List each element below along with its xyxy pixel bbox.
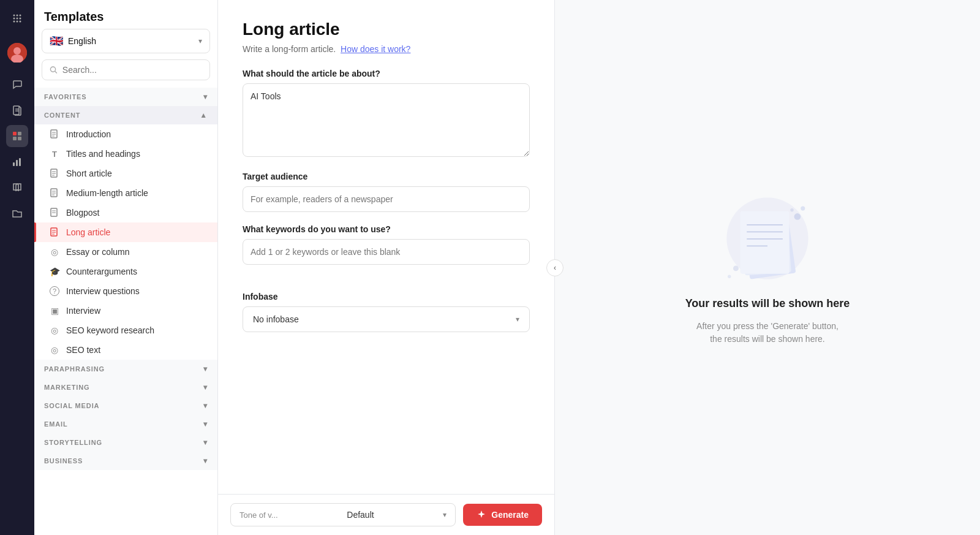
tone-selector[interactable]: Tone of v... Default ▾ (230, 503, 456, 526)
analytics-icon[interactable] (6, 151, 28, 173)
topic-textarea[interactable]: AI Tools (243, 83, 530, 157)
sidebar-item-interview[interactable]: ▣ Interview (34, 301, 217, 321)
form-scroll: Long article Write a long-form article. … (218, 0, 554, 494)
category-chevron-icon: ▾ (203, 93, 208, 101)
circle-icon: ◎ (51, 247, 58, 257)
interview-icon: ▣ (51, 306, 59, 316)
sidebar-item-label-long-article: Long article (66, 227, 110, 237)
svg-point-3 (13, 18, 15, 20)
svg-point-1 (17, 15, 18, 17)
document-icon[interactable] (6, 99, 28, 121)
templates-icon[interactable] (6, 125, 28, 147)
search-icon (50, 66, 58, 74)
sidebar-item-label-counterarguments: Counterarguments (66, 267, 137, 276)
generate-button[interactable]: Generate (463, 504, 542, 526)
svg-point-10 (13, 47, 21, 55)
item-icon-essay-column: ◎ (49, 247, 60, 257)
results-illustration (712, 189, 823, 287)
question-icon: ? (50, 286, 59, 296)
sidebar-item-label-blogpost: Blogpost (66, 208, 99, 218)
sidebar-item-titles-headings[interactable]: T Titles and headings (34, 144, 217, 164)
svg-point-22 (50, 67, 55, 72)
sidebar-categories: FAVORITES▾CONTENT▲ Introduction T Titles… (34, 88, 217, 470)
svg-point-0 (13, 15, 15, 17)
svg-rect-20 (16, 160, 18, 166)
infobase-value: No infobase (253, 314, 299, 324)
svg-rect-18 (18, 137, 21, 140)
item-icon-blogpost (49, 208, 60, 218)
category-email[interactable]: EMAIL▾ (34, 415, 217, 433)
svg-point-4 (17, 18, 18, 20)
category-label: PARAPHRASING (44, 365, 105, 373)
infobase-select[interactable]: No infobase ▾ (243, 306, 530, 332)
svg-point-51 (794, 213, 801, 220)
grid-icon[interactable] (6, 7, 28, 29)
search-box[interactable] (42, 59, 210, 80)
sidebar-item-essay-column[interactable]: ◎ Essay or column (34, 242, 217, 262)
article-icon (50, 169, 59, 178)
article-icon (50, 129, 59, 139)
circle-icon: ◎ (51, 345, 58, 355)
keywords-input[interactable] (243, 239, 530, 265)
folder-icon[interactable] (6, 202, 28, 224)
sidebar-item-label-titles-headings: Titles and headings (66, 149, 140, 159)
topic-label: What should the article be about? (243, 69, 530, 78)
svg-point-55 (728, 275, 731, 278)
item-icon-seo-keyword: ◎ (49, 325, 60, 335)
category-storytelling[interactable]: STORYTELLING▾ (34, 433, 217, 452)
category-label: STORYTELLING (44, 439, 102, 446)
icon-bar (0, 0, 34, 535)
sidebar-item-long-article[interactable]: Long article (34, 222, 217, 242)
svg-point-8 (20, 21, 21, 23)
audience-input[interactable] (243, 186, 530, 212)
collapse-panel-button[interactable]: ‹ (546, 259, 564, 276)
how-does-it-work-link[interactable]: How does it work? (341, 44, 410, 54)
svg-rect-19 (13, 162, 15, 166)
item-icon-medium-article (49, 188, 60, 198)
sidebar-item-medium-article[interactable]: Medium-length article (34, 183, 217, 203)
svg-rect-46 (741, 211, 790, 274)
item-icon-interview: ▣ (49, 306, 60, 316)
category-label: EMAIL (44, 420, 68, 428)
category-marketing[interactable]: MARKETING▾ (34, 378, 217, 397)
svg-point-54 (733, 265, 739, 271)
form-bottom: Tone of v... Default ▾ Generate (218, 494, 554, 535)
results-subtitle: After you press the 'Generate' button,th… (696, 320, 839, 346)
sidebar-item-label-interview: Interview (66, 306, 100, 316)
category-label: FAVORITES (44, 93, 86, 101)
sidebar-item-seo-keyword[interactable]: ◎ SEO keyword research (34, 321, 217, 340)
main-area: Long article Write a long-form article. … (218, 0, 980, 535)
form-panel: Long article Write a long-form article. … (218, 0, 555, 535)
chat-icon[interactable] (6, 74, 28, 96)
category-label: MARKETING (44, 384, 90, 391)
sidebar-item-interview-questions[interactable]: ? Interview questions (34, 281, 217, 301)
sidebar-item-label-seo-text: SEO text (66, 345, 100, 355)
category-content[interactable]: CONTENT▲ (34, 106, 217, 124)
category-paraphrasing[interactable]: PARAPHRASING▾ (34, 360, 217, 378)
svg-point-7 (17, 21, 18, 23)
circle-icon: ◎ (51, 325, 58, 335)
infobase-label: Infobase (243, 292, 530, 302)
tone-prefix-label: Tone of v... (239, 510, 278, 520)
search-input[interactable] (62, 65, 202, 75)
results-panel: Your results will be shown here After yo… (555, 0, 980, 535)
sidebar-item-blogpost[interactable]: Blogpost (34, 203, 217, 222)
item-icon-titles-headings: T (49, 150, 60, 159)
sidebar-item-seo-text[interactable]: ◎ SEO text (34, 340, 217, 360)
category-business[interactable]: BUSINESS▾ (34, 452, 217, 470)
language-selector[interactable]: 🇬🇧 English ▾ (42, 29, 210, 53)
category-label: BUSINESS (44, 457, 83, 465)
category-social-media[interactable]: SOCIAL MEDIA▾ (34, 397, 217, 415)
flag-icon: 🇬🇧 (50, 34, 63, 48)
sidebar-item-short-article[interactable]: Short article (34, 164, 217, 183)
book-icon[interactable] (6, 176, 28, 199)
sidebar-item-label-seo-keyword: SEO keyword research (66, 325, 154, 335)
category-favorites[interactable]: FAVORITES▾ (34, 88, 217, 106)
sidebar-item-label-short-article: Short article (66, 169, 112, 178)
sidebar-item-counterarguments[interactable]: 🎓 Counterarguments (34, 262, 217, 281)
category-chevron-icon: ▾ (203, 457, 208, 465)
sidebar: Templates 🇬🇧 English ▾ FAVORITES▾CONTENT… (34, 0, 218, 535)
avatar[interactable] (7, 43, 27, 63)
tone-chevron-icon: ▾ (443, 510, 447, 519)
sidebar-item-introduction[interactable]: Introduction (34, 124, 217, 144)
